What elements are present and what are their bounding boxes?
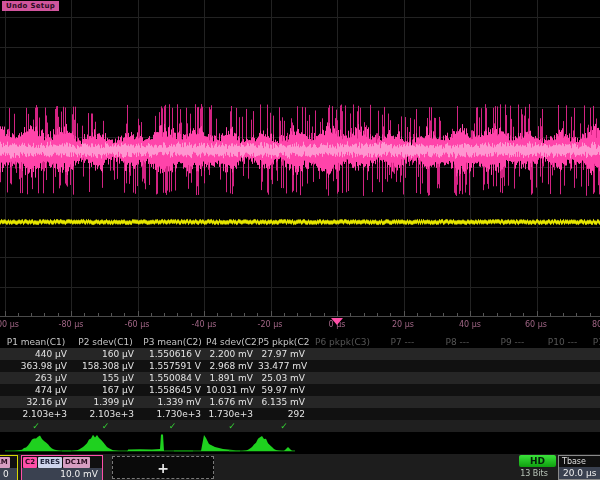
histicon [201, 435, 236, 451]
tbase-value: 20.0 µs [559, 467, 600, 479]
param-header[interactable]: P4 sdev(C2) [206, 336, 258, 348]
time-axis-label: -100 µs [0, 320, 19, 329]
timebase-descriptor[interactable]: Tbase 20.0 µs [558, 455, 600, 480]
c2-coupling-chip: DC1M [63, 457, 90, 468]
table-row: P1 mean(C1)P2 sdev(C1)P3 mean(C2)P4 sdev… [0, 336, 600, 348]
param-header: P8 --- [430, 336, 485, 348]
param-header[interactable]: P2 sdev(C1) [72, 336, 139, 348]
c2-channel-chip: C2 [23, 457, 37, 468]
param-header: P6 pkpk(C3) [310, 336, 375, 348]
oscilloscope-screen: Undo Setup -100 µs-80 µs-60 µs-40 µs-20 … [0, 0, 600, 480]
plus-icon: + [157, 460, 169, 476]
table-row: 440 µV160 µV1.550616 V2.200 mV27.97 mV [0, 348, 600, 360]
stat-cell [485, 372, 540, 384]
stat-cell: 292 [258, 408, 310, 420]
histicon [128, 435, 164, 452]
stat-cell [310, 360, 375, 372]
stat-cell [585, 396, 600, 408]
time-axis-label: -20 µs [258, 320, 283, 329]
stat-cell [430, 372, 485, 384]
stat-cell [540, 408, 585, 420]
param-header[interactable]: P5 pkpk(C2) [258, 336, 310, 348]
hd-mode-button[interactable]: HD [519, 455, 556, 467]
stat-cell [430, 396, 485, 408]
stat-cell: 1.339 mV [139, 396, 206, 408]
time-axis-label: -80 µs [59, 320, 84, 329]
trigger-time-marker[interactable] [331, 318, 343, 325]
time-axis-label: 40 µs [459, 320, 481, 329]
stat-cell: 32.16 µV [0, 396, 72, 408]
stat-cell: 2.103e+3 [0, 408, 72, 420]
stat-cell [585, 372, 600, 384]
stat-cell [485, 396, 540, 408]
stat-cell: 160 µV [72, 348, 139, 360]
status-check-icon [540, 420, 585, 432]
stat-cell: 1.730e+3 [139, 408, 206, 420]
stat-cell [430, 384, 485, 396]
histicon [14, 436, 62, 452]
status-check-icon [430, 420, 485, 432]
tbase-label: Tbase [559, 456, 600, 467]
stat-cell [485, 348, 540, 360]
undo-setup-button[interactable]: Undo Setup [2, 1, 59, 11]
c2-eres-chip: ERES [38, 457, 62, 468]
stat-cell: 6.135 mV [258, 396, 310, 408]
stat-cell [540, 396, 585, 408]
status-check-icon [485, 420, 540, 432]
param-header: P10 --- [540, 336, 585, 348]
channel-c1-descriptor[interactable]: C1 DC1M 0 mV [0, 455, 18, 480]
stat-cell [375, 384, 430, 396]
table-row: 363.98 µV158.308 µV1.557591 V2.968 mV33.… [0, 360, 600, 372]
histicon [242, 436, 282, 451]
waveform-grid[interactable] [0, 0, 600, 318]
table-row: 263 µV155 µV1.550084 V1.891 mV25.03 mV [0, 372, 600, 384]
stat-cell [585, 384, 600, 396]
histicon-strip [0, 432, 600, 454]
status-check-icon: ✓ [139, 420, 206, 432]
stat-cell: 1.557591 V [139, 360, 206, 372]
status-check-icon [310, 420, 375, 432]
stat-cell: 2.200 mV [206, 348, 258, 360]
time-axis-label: -40 µs [192, 320, 217, 329]
stat-cell [430, 408, 485, 420]
stat-cell [310, 408, 375, 420]
stat-cell [485, 360, 540, 372]
stat-cell: 440 µV [0, 348, 72, 360]
status-check-icon: ✓ [206, 420, 258, 432]
stat-cell: 474 µV [0, 384, 72, 396]
param-header[interactable]: P3 mean(C2) [139, 336, 206, 348]
stat-cell: 27.97 mV [258, 348, 310, 360]
stat-cell: 158.308 µV [72, 360, 139, 372]
stat-cell [540, 348, 585, 360]
stat-cell: 2.968 mV [206, 360, 258, 372]
stat-cell [310, 396, 375, 408]
stat-cell [540, 384, 585, 396]
stat-cell [310, 348, 375, 360]
status-check-icon: ✓ [0, 420, 72, 432]
stat-cell [310, 384, 375, 396]
bottom-bar: C1 DC1M 0 mV C2 ERES DC1M 10.0 mV + HD 1… [0, 454, 600, 480]
time-axis-label: 20 µs [392, 320, 414, 329]
stat-cell [585, 348, 600, 360]
stat-cell: 263 µV [0, 372, 72, 384]
stat-cell [310, 372, 375, 384]
time-axis-label: -60 µs [125, 320, 150, 329]
channel-c2-descriptor[interactable]: C2 ERES DC1M 10.0 mV [21, 455, 103, 480]
stat-cell: 1.550084 V [139, 372, 206, 384]
add-trace-button[interactable]: + [112, 456, 214, 479]
c1-coupling-chip: DC1M [0, 457, 10, 468]
stat-cell [375, 348, 430, 360]
stat-cell: 25.03 mV [258, 372, 310, 384]
stat-cell: 1.558645 V [139, 384, 206, 396]
measurement-table: P1 mean(C1)P2 sdev(C1)P3 mean(C2)P4 sdev… [0, 336, 600, 432]
histicon [284, 447, 292, 451]
stat-cell: 1.891 mV [206, 372, 258, 384]
stat-cell [540, 372, 585, 384]
time-axis-label: 60 µs [525, 320, 547, 329]
stat-cell [540, 360, 585, 372]
stat-cell: 1.550616 V [139, 348, 206, 360]
stat-cell: 1.730e+3 [206, 408, 258, 420]
status-check-icon: ✓ [258, 420, 310, 432]
param-header[interactable]: P1 mean(C1) [0, 336, 72, 348]
stat-cell: 167 µV [72, 384, 139, 396]
